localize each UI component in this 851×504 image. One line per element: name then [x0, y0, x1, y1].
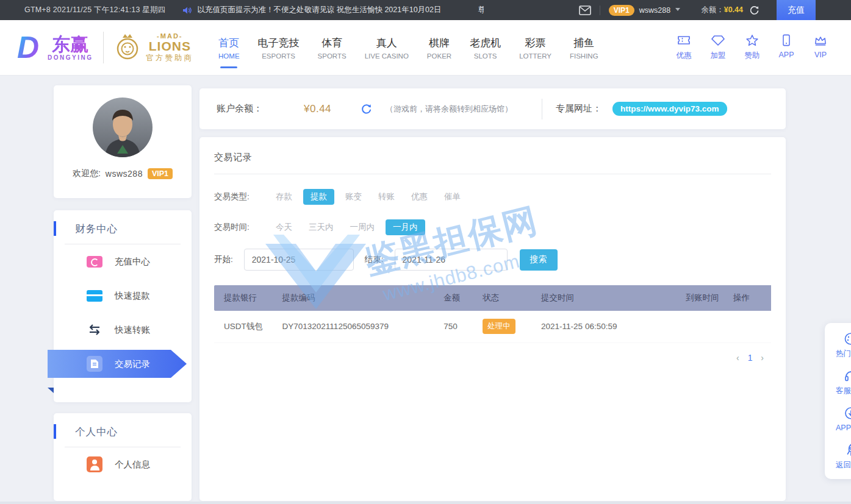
cell-arrival-time: [684, 311, 732, 343]
nav-item-poker[interactable]: 棋牌POKER: [418, 36, 461, 60]
download-icon: [844, 406, 851, 420]
sidebar-item-quick-transfer[interactable]: 快速转账: [54, 313, 192, 347]
status-badge: 处理中: [483, 319, 515, 334]
announcement-marquee: 以充值页面提示为准！不便之处敬请见谅 祝您生活愉快 2021年10月02日 尊敬…: [197, 5, 484, 15]
app-download-button[interactable]: APP下载: [825, 401, 851, 438]
search-button[interactable]: 搜索: [520, 249, 558, 271]
start-date-label: 开始:: [214, 254, 233, 265]
nav-item-esports[interactable]: 电子竞技ESPORTS: [249, 36, 309, 60]
avatar[interactable]: [93, 98, 153, 157]
sidebar-item-personal-info[interactable]: 个人信息: [54, 447, 192, 481]
page-number[interactable]: 1: [744, 353, 756, 363]
chevron-down-icon[interactable]: [675, 8, 680, 11]
brand-logo[interactable]: D 东赢 DONGYING -MAD- LIONS 官方赞助商: [17, 32, 193, 63]
phone-icon: [780, 34, 793, 46]
dongying-d-logo-icon: D: [17, 32, 43, 63]
nav-item-promotions[interactable]: 优惠: [667, 34, 701, 61]
nav-item-lottery[interactable]: 彩票LOTTERY: [510, 36, 561, 60]
primary-nav: 首页HOME 电子竞技ESPORTS 体育SPORTS 真人LIVE CASIN…: [209, 36, 608, 60]
type-option-reminder[interactable]: 催单: [439, 189, 466, 205]
finance-center-card: 财务中心 充值中心 快速提款 快速转账 交易记录: [54, 210, 192, 402]
nav-item-fishing[interactable]: 捕鱼FISHING: [561, 36, 608, 60]
nav-item-slots[interactable]: 老虎机SLOTS: [461, 36, 510, 60]
nav-item-app[interactable]: APP: [769, 34, 803, 61]
nav-item-vip[interactable]: VIP: [803, 34, 838, 61]
transaction-type-filter: 交易类型: 存款 提款 账变 转账 优惠 催单: [214, 189, 771, 205]
cell-bank: USDT钱包: [214, 311, 281, 343]
balance-note: （游戏前，请将余额转到相应场馆）: [386, 104, 512, 115]
sidebar-item-transaction-records[interactable]: 交易记录: [48, 350, 192, 378]
cell-status: 处理中: [481, 311, 540, 343]
col-withdraw-code: 提款编码: [281, 285, 443, 311]
end-date-input[interactable]: [395, 249, 508, 271]
table-header-row: 提款银行 提款编码 金额 状态 提交时间 到账时间 操作: [214, 285, 771, 311]
finance-center-title: 财务中心: [54, 210, 192, 236]
customer-service-button[interactable]: 客服中心: [825, 364, 851, 401]
cell-submit-time: 2021-11-25 06:50:59: [540, 311, 684, 343]
transaction-records-title: 交易记录: [214, 152, 771, 163]
secondary-icon-nav: 优惠 加盟 赞助 APP VIP: [667, 34, 838, 61]
type-option-account-change[interactable]: 账变: [340, 189, 367, 205]
exclusive-url-badge[interactable]: https://www.dyvip73.com: [612, 102, 727, 116]
divider: [214, 174, 771, 174]
col-status: 状态: [481, 285, 540, 311]
time-filter-label: 交易时间:: [214, 222, 270, 233]
lion-emblem-icon: [113, 32, 142, 63]
sidebar-username: wsws288: [106, 169, 143, 179]
footer-edge: [0, 502, 851, 504]
type-option-withdraw[interactable]: 提款: [303, 189, 334, 205]
mail-icon[interactable]: [579, 5, 591, 15]
cell-code: DY701320211125065059379: [281, 311, 443, 343]
nav-item-live-casino[interactable]: 真人LIVE CASINO: [356, 36, 418, 60]
brand-name-cn: 东赢: [48, 34, 93, 54]
hot-activities-button[interactable]: 热门活动: [825, 327, 851, 364]
refresh-balance-icon[interactable]: [361, 103, 372, 115]
lion-sponsor-text: 官方赞助商: [146, 54, 194, 62]
sidebar-item-recharge-center[interactable]: 充值中心: [54, 244, 192, 279]
ticket-icon: [677, 34, 691, 46]
topbar-user-area: VIP1 wsws288 余额：¥0.44 充值: [579, 0, 851, 20]
pagination: ‹ 1 ›: [214, 353, 771, 363]
type-option-transfer[interactable]: 转账: [373, 189, 400, 205]
sidebar-item-quick-withdraw[interactable]: 快速提款: [54, 279, 192, 313]
nav-item-sponsorship[interactable]: 赞助: [735, 34, 769, 61]
next-page-button[interactable]: ›: [758, 353, 766, 363]
rocket-icon: [844, 444, 851, 457]
type-filter-label: 交易类型:: [214, 191, 270, 202]
personal-center-card: 个人中心 个人信息: [54, 413, 192, 501]
col-arrival-time: 到账时间: [684, 285, 732, 311]
refresh-balance-icon[interactable]: [749, 5, 759, 15]
time-option-1month[interactable]: 一月内: [386, 219, 425, 235]
marquee-message: 以充值页面提示为准！不便之处敬请见谅 祝您生活愉快 2021年10月02日: [197, 5, 441, 15]
clock-text: GTM+8 2021/11/25 下午12:41:13 星期四: [24, 5, 165, 15]
col-withdraw-bank: 提款银行: [214, 285, 281, 311]
back-to-top-button[interactable]: 返回顶部: [825, 438, 851, 475]
nav-item-sports[interactable]: 体育SPORTS: [309, 36, 356, 60]
recharge-card-icon: [87, 254, 102, 269]
prev-page-button[interactable]: ‹: [734, 353, 742, 363]
star-icon: [745, 34, 759, 46]
account-balance-label: 账户余额：: [217, 103, 262, 115]
balance-label: 余额：: [701, 5, 724, 14]
balance-text: 余额：¥0.44: [701, 5, 743, 15]
brand-name-block: 东赢 DONGYING: [48, 34, 93, 61]
type-option-deposit[interactable]: 存款: [270, 189, 298, 205]
recharge-button[interactable]: 充值: [777, 0, 816, 20]
type-option-promo[interactable]: 优惠: [406, 189, 433, 205]
col-amount: 金额: [442, 285, 481, 311]
transaction-time-filter: 交易时间: 今天 三天内 一周内 一月内: [214, 219, 771, 235]
welcome-label: 欢迎您:: [73, 168, 101, 179]
end-date-label: 结束:: [365, 254, 384, 265]
username-text[interactable]: wsws288: [639, 6, 670, 15]
document-icon: [87, 356, 102, 372]
time-option-today[interactable]: 今天: [270, 219, 298, 235]
nav-item-home[interactable]: 首页HOME: [209, 36, 249, 60]
start-date-input[interactable]: [244, 249, 354, 271]
speaker-icon: [182, 6, 192, 15]
time-option-1week[interactable]: 一周内: [345, 219, 381, 235]
time-option-3days[interactable]: 三天内: [303, 219, 339, 235]
cell-amount: 750: [442, 311, 481, 343]
main-navbar: D 东赢 DONGYING -MAD- LIONS 官方赞助商 首页HOME: [0, 20, 851, 75]
nav-item-affiliate[interactable]: 加盟: [701, 34, 735, 61]
withdraw-card-icon: [87, 288, 102, 303]
